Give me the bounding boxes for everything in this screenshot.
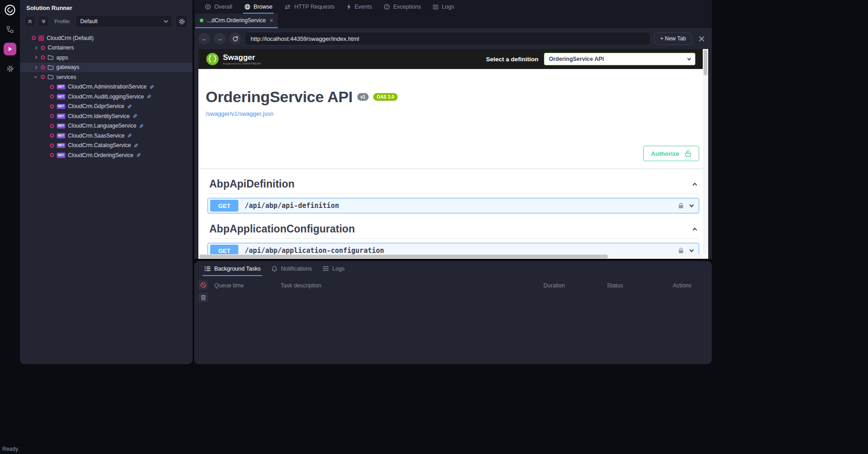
tab-notifications[interactable]: Notifications xyxy=(266,261,317,276)
link-icon xyxy=(136,153,141,158)
link-icon xyxy=(133,143,138,148)
panel-title: Solution Runner xyxy=(20,0,192,13)
browser-tab-orderingservice[interactable]: ...dCrm.OrderingService × xyxy=(195,14,278,28)
spec-json-link[interactable]: /swagger/v1/swagger.json xyxy=(206,110,274,117)
expander-chevron-right-icon[interactable] xyxy=(33,47,38,49)
column-status: Status xyxy=(607,282,673,289)
logs-icon xyxy=(433,5,439,10)
lock-icon[interactable] xyxy=(678,202,684,209)
activity-rail xyxy=(0,0,20,454)
refresh-button[interactable] xyxy=(229,33,241,44)
status-ring-icon xyxy=(50,153,54,157)
tab-label: HTTP Requests xyxy=(294,4,335,10)
tree-item-gateways[interactable]: gateways xyxy=(20,63,192,73)
settings-button[interactable] xyxy=(4,62,16,75)
collapse-chevron-icon[interactable] xyxy=(693,227,697,232)
collapse-chevron-icon[interactable] xyxy=(693,183,697,187)
clear-tasks-button[interactable] xyxy=(198,293,208,302)
tree-item-service[interactable]: NET CloudCrm.LanguageService xyxy=(20,121,192,131)
trash-icon xyxy=(201,295,206,301)
close-tab-icon[interactable]: × xyxy=(270,17,273,24)
tab-logs[interactable]: Logs xyxy=(427,0,460,14)
hierarchy-icon xyxy=(6,26,14,33)
tab-exceptions[interactable]: Exceptions xyxy=(378,0,427,14)
authorize-button[interactable]: Authorize xyxy=(643,146,699,161)
solution-runner-button[interactable] xyxy=(4,43,16,55)
section-header-abpapplicationconfiguration[interactable]: AbpApplicationConfiguration xyxy=(207,220,699,239)
browser-tab-label: ...dCrm.OrderingService xyxy=(207,17,266,24)
solution-explorer-button[interactable] xyxy=(4,23,16,36)
tree-item-services[interactable]: services xyxy=(20,72,192,82)
task-list-icon xyxy=(204,266,211,271)
definition-select-value: OrderingService API xyxy=(549,56,604,62)
link-icon xyxy=(139,123,144,128)
tree-item-containers[interactable]: Containers xyxy=(20,43,192,53)
tree-root-cloudcrm[interactable]: CloudCrm (Default) xyxy=(20,33,192,43)
tab-label: Background Tasks xyxy=(214,266,261,272)
expand-chevron-icon[interactable] xyxy=(690,248,694,252)
tab-background-tasks[interactable]: Background Tasks xyxy=(199,261,266,276)
tree-item-apps[interactable]: apps xyxy=(20,53,192,63)
open-external-browser-button[interactable] xyxy=(695,33,707,44)
new-tab-button[interactable]: + New Tab xyxy=(654,32,692,45)
status-ring-icon xyxy=(50,133,54,138)
forward-button[interactable]: → xyxy=(214,33,226,44)
tab-browse[interactable]: Browse xyxy=(238,0,279,14)
scrollbar-thumb[interactable] xyxy=(199,255,608,258)
operation-row[interactable]: GET /api/abp/api-definition xyxy=(207,198,699,213)
tree-item-service[interactable]: NET CloudCrm.CatalogService xyxy=(20,141,192,151)
profile-select[interactable]: Default xyxy=(75,15,173,28)
profile-settings-button[interactable] xyxy=(175,15,188,28)
chevron-down-icon xyxy=(164,19,168,23)
swagger-brand: Swagger Supported by SMARTBEAR xyxy=(206,52,261,66)
tab-logs-bottom[interactable]: Logs xyxy=(317,261,350,276)
tree-label: services xyxy=(56,74,76,80)
browser-tab-strip: ...dCrm.OrderingService × xyxy=(194,14,712,28)
expander-chevron-down-icon[interactable] xyxy=(33,77,38,78)
method-badge: GET xyxy=(210,200,238,212)
authorize-label: Authorize xyxy=(651,150,679,157)
cancel-tasks-button[interactable] xyxy=(198,280,208,290)
overall-icon xyxy=(205,4,211,10)
expand-all-button[interactable] xyxy=(38,16,49,27)
scrollbar-thumb[interactable] xyxy=(704,50,707,75)
swagger-logo-icon xyxy=(206,52,219,66)
expander-chevron-right-icon[interactable] xyxy=(33,66,38,69)
status-bar: Ready. xyxy=(0,446,868,454)
status-ring-icon xyxy=(41,65,45,69)
swagger-sections: AbpApiDefinition GET /api/abp/api-defini… xyxy=(198,175,708,258)
tab-label: Overall xyxy=(214,4,232,10)
lock-icon[interactable] xyxy=(678,247,684,254)
tab-http-requests[interactable]: HTTP Requests xyxy=(278,0,340,14)
collapse-all-button[interactable] xyxy=(25,16,35,27)
definition-select[interactable]: OrderingService API xyxy=(544,53,695,65)
tree-item-service[interactable]: NET CloudCrm.IdentityService xyxy=(20,111,192,121)
tree-item-service[interactable]: NET CloudCrm.OrderingService xyxy=(20,150,192,160)
column-task-description: Task description xyxy=(281,282,543,289)
horizontal-scrollbar[interactable] xyxy=(198,254,703,259)
back-button[interactable]: ← xyxy=(198,33,210,44)
tab-overall[interactable]: Overall xyxy=(199,0,238,14)
swagger-topbar: Swagger Supported by SMARTBEAR Select a … xyxy=(198,49,703,69)
solution-tree: CloudCrm (Default) Containers apps gatew… xyxy=(20,33,192,160)
column-queue-time: Queue time xyxy=(214,282,281,289)
expander-chevron-right-icon[interactable] xyxy=(33,56,38,59)
tree-item-service[interactable]: NET CloudCrm.AdministrationService xyxy=(20,82,192,92)
expand-chevron-icon[interactable] xyxy=(690,203,694,207)
tree-item-service[interactable]: NET CloudCrm.AuditLoggingService xyxy=(20,92,192,102)
tab-events[interactable]: Events xyxy=(340,0,378,14)
tab-label: Events xyxy=(355,4,372,10)
url-input[interactable] xyxy=(245,32,651,45)
exceptions-icon xyxy=(384,4,390,10)
abp-logo[interactable] xyxy=(4,4,16,16)
play-icon xyxy=(7,46,13,52)
tree-label: CloudCrm.IdentityService xyxy=(68,113,130,119)
section-header-abpapidefinition[interactable]: AbpApiDefinition xyxy=(207,175,699,194)
tree-label: CloudCrm.LanguageService xyxy=(68,123,137,129)
double-chevron-down-icon xyxy=(41,19,46,24)
tree-item-service[interactable]: NET CloudCrm.SaasService xyxy=(20,131,192,141)
gear-icon xyxy=(6,65,14,73)
vertical-scrollbar[interactable] xyxy=(703,49,708,254)
tree-item-service[interactable]: NET CloudCrm.GdprService xyxy=(20,102,192,112)
dotnet-badge: NET xyxy=(57,84,65,90)
